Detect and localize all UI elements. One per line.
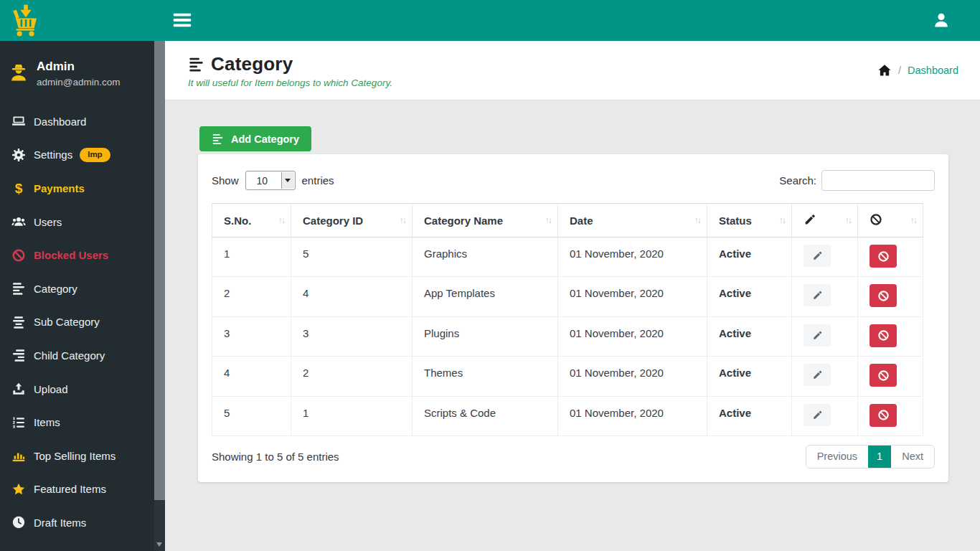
- previous-page-button[interactable]: Previous: [806, 446, 868, 468]
- edit-button[interactable]: [804, 364, 831, 386]
- page-subtitle: It will useful for Item belongs to which…: [188, 77, 392, 88]
- sort-icon: ↑↓: [278, 215, 285, 225]
- sort-icon: ↑↓: [910, 215, 917, 225]
- sidebar-item-label: Sub Category: [34, 316, 100, 328]
- sidebar-item-items[interactable]: Items: [0, 405, 165, 439]
- table-row: 42Themes01 November, 2020Active: [212, 357, 923, 396]
- block-button[interactable]: [870, 284, 897, 307]
- menu-toggle-button[interactable]: [172, 10, 192, 30]
- add-category-button[interactable]: Add Category: [199, 126, 311, 151]
- cell-sno: 4: [212, 357, 291, 396]
- column-header-label: Category ID: [303, 215, 363, 227]
- align-right-icon: [11, 348, 26, 362]
- edit-button[interactable]: [804, 284, 831, 306]
- user-name: Admin: [37, 60, 121, 74]
- cell-status: Active: [707, 316, 792, 356]
- sidebar-item-label: Settings: [34, 149, 72, 161]
- sort-icon: ↑↓: [694, 215, 701, 225]
- cell-category-name: Plugins: [413, 316, 558, 356]
- pencil-icon: [804, 213, 816, 226]
- cell-status: Active: [707, 357, 792, 396]
- home-icon[interactable]: [877, 63, 892, 77]
- select-dropdown-icon[interactable]: [281, 172, 294, 189]
- table-row: 33Plugins01 November, 2020Active: [212, 316, 923, 356]
- sidebar-item-label: Upload: [34, 383, 68, 395]
- star-icon: [11, 482, 26, 496]
- cell-date: 01 November, 2020: [558, 396, 707, 435]
- gear-icon: [11, 148, 26, 162]
- user-menu-button[interactable]: [933, 11, 950, 29]
- upload-icon: [11, 382, 26, 396]
- cell-category-name: Graphics: [413, 237, 558, 277]
- edit-button[interactable]: [804, 324, 831, 347]
- scroll-down-icon[interactable]: [156, 542, 162, 547]
- block-button[interactable]: [870, 404, 897, 427]
- breadcrumb-link-dashboard[interactable]: Dashboard: [908, 65, 958, 76]
- column-header-status[interactable]: Status↑↓: [707, 204, 792, 237]
- page-1-button[interactable]: 1: [868, 446, 891, 468]
- chart-bar-icon: [11, 448, 26, 463]
- page-size-value: 10: [257, 175, 268, 187]
- sidebar-item-payments[interactable]: $Payments: [0, 171, 165, 205]
- column-header-pencil-icon[interactable]: ↑↓: [792, 204, 858, 237]
- users-icon: [11, 215, 26, 229]
- ban-icon: [11, 248, 26, 263]
- cell-category-name: App Templates: [413, 277, 558, 316]
- column-header-date[interactable]: Date↑↓: [558, 204, 707, 237]
- sidebar-item-draft-items[interactable]: Draft Items: [0, 506, 165, 540]
- column-header-category-id[interactable]: Category ID↑↓: [291, 204, 413, 237]
- sidebar-scrollbar[interactable]: [154, 41, 165, 551]
- cell-date: 01 November, 2020: [558, 237, 707, 277]
- entries-label: entries: [302, 174, 334, 187]
- page-size-select[interactable]: 10: [245, 171, 296, 190]
- pencil-icon: [812, 330, 823, 341]
- column-header-ban-icon[interactable]: ↑↓: [858, 204, 923, 237]
- sidebar-item-users[interactable]: Users: [0, 205, 165, 239]
- search-input[interactable]: [821, 170, 935, 191]
- block-button[interactable]: [870, 245, 897, 268]
- laptop-icon: [11, 114, 26, 128]
- column-header-category-name[interactable]: Category Name↑↓: [413, 204, 558, 237]
- cell-category-id: 5: [291, 237, 413, 277]
- list-ol-icon: [11, 415, 26, 430]
- scrollbar-thumb[interactable]: [154, 41, 165, 500]
- table-card: Show 10 entries Search: S.No.↑↓C: [198, 154, 948, 482]
- column-header-s-no[interactable]: S.No.↑↓: [212, 204, 291, 237]
- cell-sno: 5: [212, 396, 291, 435]
- align-center-icon: [11, 315, 26, 329]
- show-label: Show: [212, 174, 239, 187]
- brand-logo[interactable]: [0, 0, 165, 41]
- sidebar-item-label: Draft Items: [34, 517, 86, 529]
- ban-icon: [877, 409, 890, 421]
- edit-button[interactable]: [804, 404, 831, 426]
- cell-category-id: 1: [291, 396, 413, 435]
- sort-icon: ↑↓: [400, 215, 406, 225]
- sidebar-item-settings[interactable]: SettingsImp: [0, 138, 165, 172]
- dollar-icon: $: [11, 181, 26, 195]
- sidebar-item-blocked-users[interactable]: Blocked Users: [0, 238, 165, 272]
- column-header-label: Date: [570, 215, 593, 227]
- edit-button[interactable]: [804, 245, 831, 267]
- cell-category-name: Scripts & Code: [413, 396, 558, 435]
- breadcrumb: / Dashboard: [877, 63, 958, 77]
- hamburger-icon: [172, 10, 192, 30]
- sidebar-item-featured-items[interactable]: Featured Items: [0, 473, 165, 507]
- cell-status: Active: [707, 237, 792, 277]
- main-area: Category It will useful for Item belongs…: [165, 41, 980, 551]
- block-button[interactable]: [870, 324, 897, 347]
- pencil-icon: [812, 369, 823, 380]
- sidebar-item-child-category[interactable]: Child Category: [0, 339, 165, 372]
- sidebar-item-dashboard[interactable]: Dashboard: [0, 105, 165, 138]
- cell-category-id: 4: [291, 277, 413, 316]
- page-length-control: Show 10 entries: [212, 171, 334, 190]
- sidebar-item-top-selling-items[interactable]: Top Selling Items: [0, 439, 165, 473]
- clock-icon: [11, 515, 26, 529]
- sidebar-item-category[interactable]: Category: [0, 272, 165, 306]
- sidebar-item-sub-category[interactable]: Sub Category: [0, 306, 165, 339]
- next-page-button[interactable]: Next: [891, 446, 934, 468]
- block-button[interactable]: [870, 364, 897, 387]
- align-left-icon: [212, 133, 224, 145]
- column-header-label: Status: [719, 215, 752, 227]
- pencil-icon: [812, 250, 823, 261]
- sidebar-item-upload[interactable]: Upload: [0, 372, 165, 406]
